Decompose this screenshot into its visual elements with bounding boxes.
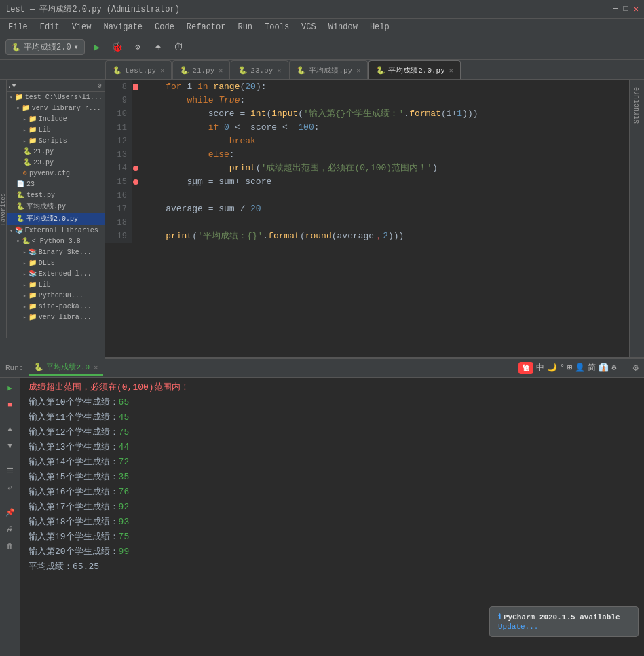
line-number-14: 14 [105, 162, 132, 175]
console-line-17: 输入第17个学生成绩：92 [29, 500, 639, 515]
tab-close-23[interactable]: ✕ [277, 67, 281, 75]
tree-label: 23 [26, 181, 35, 188]
tab-avg-py[interactable]: 🐍 平均成绩.py ✕ [289, 60, 368, 79]
tree-item-python38folder[interactable]: ▸ 📁 Python38... [0, 290, 105, 301]
trash-icon[interactable]: 🗑 [3, 539, 18, 553]
menu-navigate[interactable]: Navigate [98, 21, 148, 33]
ime-simple[interactable]: 简 [588, 362, 596, 373]
menu-refactor[interactable]: Refactor [181, 21, 231, 33]
tree-item-21py[interactable]: 🐍 21.py [0, 146, 105, 157]
ime-moon[interactable]: 🌙 [547, 363, 557, 373]
tab-avg2-py[interactable]: 🐍 平均成绩2.0.py ✕ [368, 60, 461, 79]
menu-tools[interactable]: Tools [259, 21, 295, 33]
folder-icon: 📚 [29, 248, 37, 256]
ime-user[interactable]: 👤 [575, 363, 585, 373]
tree-item-pyvenv[interactable]: ⚙ pyvenv.cfg [0, 168, 105, 179]
profile-button[interactable]: ⏱ [170, 39, 187, 56]
filter-icon[interactable]: ☰ [3, 463, 18, 478]
softrap-icon[interactable]: ↩ [3, 480, 18, 495]
structure-vtab[interactable]: Structure [632, 83, 642, 128]
tree-item-lib2[interactable]: ▸ 📁 Lib [0, 279, 105, 290]
console-result: 平均成绩：65.25 [29, 560, 99, 575]
menu-file[interactable]: File [3, 21, 33, 33]
run-config-selector[interactable]: 🐍 平均成绩2.0 ▾ [5, 39, 85, 55]
tree-item-lib[interactable]: ▸ 📁 Lib [0, 124, 105, 135]
tree-item-scripts[interactable]: ▸ 📁 Scripts [0, 135, 105, 146]
code-line-14: 14 print('成绩超出范围，必须在(0,100)范围内！') [105, 162, 629, 175]
tab-close-21[interactable]: ✕ [219, 67, 223, 75]
code-line-9: 9 while True: [105, 94, 629, 107]
tree-item-venv2[interactable]: ▸ 📁 venv libra... [0, 312, 105, 323]
build-button[interactable]: ⚙ [130, 39, 146, 56]
tree-item-binaryske[interactable]: ▸ 📚 Binary Ske... [0, 247, 105, 257]
tab-icon: 🐍 [297, 66, 306, 75]
bottom-tab-run[interactable]: 🐍 平均成绩2.0 ✕ [29, 360, 103, 376]
menu-window[interactable]: Window [323, 21, 363, 33]
tab-close-test[interactable]: ✕ [160, 67, 164, 75]
folder-icon: 📁 [29, 291, 37, 299]
debug-button[interactable]: 🐞 [109, 39, 126, 56]
ime-grid[interactable]: ⊞ [567, 363, 572, 373]
num-icon: 📄 [16, 180, 24, 188]
menu-edit[interactable]: Edit [35, 21, 65, 33]
right-panel: Structure [629, 80, 644, 357]
tab-test-py[interactable]: 🐍 test.py ✕ [105, 60, 172, 79]
tree-label: 平均成绩.py [26, 202, 66, 211]
tree-item-23py[interactable]: 🐍 23.py [0, 157, 105, 168]
tab-close-avg2[interactable]: ✕ [449, 67, 453, 75]
coverage-button[interactable]: ☂ [150, 39, 166, 56]
console-line-19: 输入第19个学生成绩：75 [29, 530, 639, 545]
code-line-16: 16 [105, 189, 629, 202]
tree-item-dlls[interactable]: ▸ 📁 DLLs [0, 257, 105, 268]
tab-23py[interactable]: 🐍 23.py ✕ [231, 60, 288, 79]
project-tree: ▾ 📁 test C:\Users\l1... ▾ 📁 venv library… [0, 92, 105, 369]
folder-icon: 📁 [15, 93, 23, 101]
tree-item-include[interactable]: ▸ 📁 Include [0, 113, 105, 124]
tree-item-avg2py[interactable]: 🐍 平均成绩2.0.py [0, 213, 105, 225]
tab-21py[interactable]: 🐍 21.py ✕ [172, 60, 230, 79]
tree-item-venv[interactable]: ▾ 📁 venv library r... [0, 103, 105, 113]
ime-toolbar: 输 中 🌙 ° ⊞ 👤 简 👔 ⚙ [518, 362, 622, 374]
menu-run[interactable]: Run [232, 21, 258, 33]
code-line-15: 15 sum = sum+ score [105, 175, 629, 189]
code-content[interactable]: 8 for i in range(20): 9 while True: 10 [105, 80, 629, 357]
tree-item-avgpy[interactable]: 🐍 平均成绩.py [0, 200, 105, 213]
folder-icon: 📚 [29, 270, 37, 278]
run-stop-icon[interactable]: ■ [3, 397, 18, 412]
favorites-vtab[interactable]: Favorites [0, 191, 7, 228]
scroll-down-icon[interactable]: ▼ [3, 439, 18, 454]
menu-help[interactable]: Help [364, 21, 395, 33]
minimize-btn[interactable]: ─ [613, 4, 618, 14]
close-btn[interactable]: ✕ [634, 4, 639, 14]
ime-logo[interactable]: 输 [518, 362, 533, 374]
sidebar-settings[interactable]: ⚙ [98, 81, 102, 90]
line-content-19: print('平均成绩：{}'.format(round(average，2))… [139, 230, 629, 243]
maximize-btn[interactable]: □ [624, 4, 628, 14]
run-button[interactable]: ▶ [89, 39, 105, 56]
tree-item-external[interactable]: ▾ 📚 External Libraries [0, 225, 105, 236]
tree-item-extended[interactable]: ▸ 📚 Extended l... [0, 268, 105, 279]
run-tab-close[interactable]: ✕ [94, 363, 98, 371]
pin-icon[interactable]: 📌 [3, 505, 18, 520]
print-icon[interactable]: 🖨 [3, 522, 18, 536]
code-line-10: 10 score = int(input('输入第{}个学生成绩：'.forma… [105, 107, 629, 121]
tree-item-testpy[interactable]: 🐍 test.py [0, 189, 105, 200]
ime-chinese[interactable]: 中 [536, 362, 544, 373]
ime-shirt[interactable]: 👔 [599, 363, 609, 373]
tree-item-python38[interactable]: ▾ 🐍 < Python 3.8 [0, 236, 105, 247]
menu-view[interactable]: View [67, 21, 97, 33]
tree-label: 23.py [33, 159, 54, 166]
tree-item-23[interactable]: 📄 23 [0, 179, 105, 189]
run-play-icon[interactable]: ▶ [3, 380, 18, 395]
panel-settings-gear[interactable]: ⚙ [633, 362, 639, 373]
update-link[interactable]: Update... [498, 623, 538, 631]
menu-vcs[interactable]: VCS [296, 21, 322, 33]
tree-item-sitepacka[interactable]: ▸ 📁 site-packa... [0, 301, 105, 312]
tab-close-avg[interactable]: ✕ [356, 67, 360, 75]
ime-settings[interactable]: ⚙ [611, 363, 616, 373]
menu-code[interactable]: Code [149, 21, 180, 33]
scroll-up-icon[interactable]: ▲ [3, 422, 18, 437]
tree-item-test[interactable]: ▾ 📁 test C:\Users\l1... [0, 92, 105, 103]
ime-dot[interactable]: ° [560, 363, 565, 373]
folder-icon: 📁 [29, 313, 37, 321]
